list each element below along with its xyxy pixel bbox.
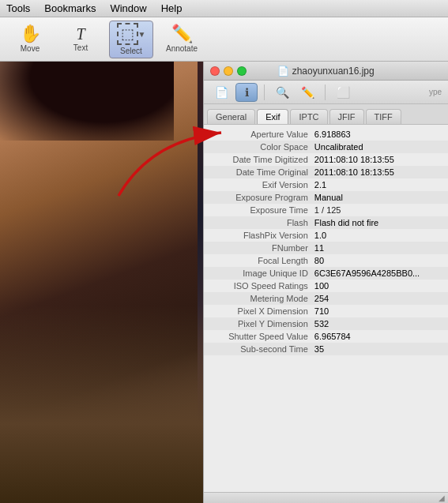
exif-key: Focal Length [210, 256, 314, 265]
exif-key: Date Time Digitized [210, 155, 314, 164]
panel-tabs: General Exif IPTC JFIF TIFF [204, 104, 448, 125]
move-label: Move [21, 44, 40, 53]
exif-data-scroll[interactable]: Aperture Value 6.918863 Color Space Unca… [204, 125, 448, 492]
toolbar: ✋ Move T Text ⬚ ▼ Select ✏️ Annotate [0, 17, 448, 62]
select-label: Select [120, 47, 142, 55]
exif-value: 80 [314, 256, 442, 265]
exif-value: 1.0 [314, 231, 442, 240]
exif-value: 100 [314, 281, 442, 291]
select-tool[interactable]: ⬚ ▼ Select [109, 21, 153, 58]
exif-key: Sub-second Time [210, 344, 314, 354]
exif-key: Metering Mode [210, 294, 314, 303]
text-tool[interactable]: T Text [58, 21, 103, 58]
exif-row: Color Space Uncalibrated [204, 141, 448, 153]
panel-type-label: ype [429, 88, 442, 96]
toolbar-separator-2 [325, 84, 326, 100]
panel-titlebar: 📄 zhaoyunxuan16.jpg [204, 62, 448, 81]
panel-more-icon[interactable]: ⬜ [332, 83, 354, 102]
exif-value: Uncalibrated [314, 142, 442, 152]
exif-value: 710 [314, 306, 442, 316]
menu-bar: Tools Bookmarks Window Help [0, 0, 448, 17]
text-label: Text [73, 43, 88, 52]
toolbar-separator [264, 84, 265, 100]
exif-row: Pixel Y Dimension 532 [204, 317, 448, 330]
panel-info-icon[interactable]: ℹ [235, 83, 258, 102]
exif-value: 6.918863 [314, 130, 442, 139]
exif-value: 2011:08:10 18:13:55 [314, 155, 442, 164]
exif-row: Shutter Speed Value 6.965784 [204, 330, 448, 343]
annotate-tool[interactable]: ✏️ Annotate [160, 21, 204, 58]
menu-window[interactable]: Window [110, 2, 146, 14]
exif-key: ISO Speed Ratings [210, 281, 314, 291]
exif-key: Image Unique ID [210, 268, 314, 278]
exif-row: Date Time Original 2011:08:10 18:13:55 [204, 166, 448, 178]
exif-key: Shutter Speed Value [210, 332, 314, 341]
panel-icon-toolbar: 📄 ℹ 🔍 ✏️ ⬜ ype [204, 81, 448, 104]
exif-row: Aperture Value 6.918863 [204, 128, 448, 141]
exif-key: Pixel X Dimension [210, 306, 314, 316]
exif-row: Exposure Time 1 / 125 [204, 204, 448, 216]
select-icon-group: ⬚ ▼ [117, 23, 146, 45]
move-tool[interactable]: ✋ Move [8, 21, 52, 58]
panel-search-icon[interactable]: 🔍 [271, 83, 293, 102]
exif-row: FNumber 11 [204, 242, 448, 254]
exif-key: Color Space [210, 142, 314, 152]
exif-value: 11 [314, 243, 442, 253]
tab-jfif[interactable]: JFIF [329, 109, 364, 124]
exif-key: FNumber [210, 243, 314, 253]
panel-edit-icon[interactable]: ✏️ [296, 83, 318, 102]
exif-row: Flash Flash did not fire [204, 216, 448, 229]
exif-value: 1 / 125 [314, 205, 442, 215]
exif-value: 532 [314, 319, 442, 328]
panel-title: 📄 zhaoyunxuan16.jpg [277, 66, 374, 77]
close-button[interactable] [210, 66, 220, 76]
exif-value: 6C3E67A9596A4285BB0... [314, 268, 442, 278]
exif-value: 254 [314, 294, 442, 303]
exif-row: Date Time Digitized 2011:08:10 18:13:55 [204, 153, 448, 166]
tab-iptc[interactable]: IPTC [290, 109, 327, 124]
tab-general[interactable]: General [207, 109, 255, 124]
exif-value: 2.1 [314, 180, 442, 190]
menu-tools[interactable]: Tools [6, 2, 30, 14]
resize-handle: ◢ [439, 494, 445, 502]
exif-value: Manual [314, 193, 442, 202]
exif-row: Exif Version 2.1 [204, 178, 448, 191]
tab-exif[interactable]: Exif [257, 109, 288, 124]
exif-value: Flash did not fire [314, 218, 442, 227]
exif-key: Flash [210, 218, 314, 227]
exif-key: Exposure Program [210, 193, 314, 202]
exif-key: Exif Version [210, 180, 314, 190]
menu-help[interactable]: Help [161, 2, 183, 14]
exif-key: Exposure Time [210, 205, 314, 215]
annotate-icon: ✏️ [171, 25, 193, 43]
menu-bookmarks[interactable]: Bookmarks [44, 2, 96, 14]
exif-row: Pixel X Dimension 710 [204, 305, 448, 317]
exif-row: Sub-second Time 35 [204, 343, 448, 355]
exif-value: 6.965784 [314, 332, 442, 341]
move-icon: ✋ [20, 25, 41, 43]
text-icon: T [76, 26, 85, 42]
exif-value: 2011:08:10 18:13:55 [314, 167, 442, 177]
tab-tiff[interactable]: TIFF [366, 109, 401, 124]
exif-key: Aperture Value [210, 130, 314, 139]
exif-key: FlashPix Version [210, 231, 314, 240]
window-controls [210, 66, 247, 76]
annotate-label: Annotate [166, 44, 198, 53]
main-area: 📄 zhaoyunxuan16.jpg 📄 ℹ 🔍 ✏️ ⬜ ype Gener… [0, 62, 448, 503]
exif-value: 35 [314, 344, 442, 354]
exif-row: ISO Speed Ratings 100 [204, 280, 448, 292]
exif-key: Pixel Y Dimension [210, 319, 314, 328]
exif-row: Exposure Program Manual [204, 191, 448, 204]
exif-row: Focal Length 80 [204, 254, 448, 267]
exif-row: Image Unique ID 6C3E67A9596A4285BB0... [204, 267, 448, 280]
panel-file-icon[interactable]: 📄 [210, 83, 232, 102]
maximize-button[interactable] [237, 66, 247, 76]
exif-row: FlashPix Version 1.0 [204, 229, 448, 242]
exif-key: Date Time Original [210, 167, 314, 177]
minimize-button[interactable] [224, 66, 233, 76]
info-panel: 📄 zhaoyunxuan16.jpg 📄 ℹ 🔍 ✏️ ⬜ ype Gener… [203, 62, 448, 503]
exif-row: Metering Mode 254 [204, 292, 448, 305]
panel-bottom: ◢ [204, 492, 448, 503]
